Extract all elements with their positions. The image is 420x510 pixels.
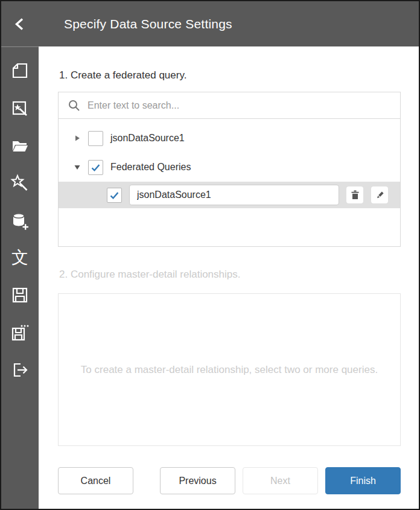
jsondatasource1-checkbox[interactable] xyxy=(88,131,103,146)
tree-row-federated-queries[interactable]: Federated Queries xyxy=(59,153,400,182)
designer-menu-sidebar: 文 xyxy=(1,46,39,509)
page-title: Specify Data Source Settings xyxy=(64,17,232,31)
finish-button[interactable]: Finish xyxy=(325,467,401,494)
sidebar-item-new[interactable] xyxy=(1,52,39,89)
search-input[interactable] xyxy=(88,100,392,111)
query-name-input[interactable] xyxy=(129,185,339,205)
edit-query-button[interactable] xyxy=(371,186,388,203)
cancel-button[interactable]: Cancel xyxy=(58,467,133,494)
exit-icon xyxy=(10,360,30,380)
new-document-icon xyxy=(10,61,30,80)
trash-icon xyxy=(351,190,360,200)
previous-button[interactable]: Previous xyxy=(160,467,235,494)
back-button[interactable] xyxy=(1,1,39,46)
wizard-footer: Cancel Previous Next Finish xyxy=(58,467,401,494)
step2-heading: 2. Configure master-detail relationships… xyxy=(59,269,401,281)
expand-collapsed-icon[interactable] xyxy=(73,135,81,142)
master-detail-panel: To create a master-detail relationship, … xyxy=(58,293,401,446)
wizard-content: 1. Create a federated query. xyxy=(39,46,419,509)
report-wizard-icon xyxy=(10,173,30,193)
federated-queries-checkbox[interactable] xyxy=(88,160,103,175)
search-icon xyxy=(68,100,80,111)
new-via-wizard-icon xyxy=(10,98,30,118)
data-source-tree: jsonDataSource1 Federated Queries xyxy=(59,119,400,208)
delete-query-button[interactable] xyxy=(346,186,363,203)
expand-expanded-icon[interactable] xyxy=(73,164,81,170)
tree-row-jsondatasource1[interactable]: jsonDataSource1 xyxy=(59,124,400,153)
chevron-left-icon xyxy=(14,18,26,31)
sidebar-item-open[interactable] xyxy=(1,127,39,164)
tree-node-label: Federated Queries xyxy=(110,162,191,173)
sidebar-item-save[interactable] xyxy=(1,276,39,314)
localization-icon: 文 xyxy=(11,249,28,266)
federated-query-panel: jsonDataSource1 Federated Queries xyxy=(58,92,401,247)
wizard-header: Specify Data Source Settings xyxy=(1,1,419,46)
step1-heading: 1. Create a federated query. xyxy=(59,69,401,81)
pencil-icon xyxy=(375,191,384,200)
selected-query-row[interactable] xyxy=(59,182,400,208)
open-report-icon xyxy=(10,136,30,155)
search-box xyxy=(59,92,400,119)
tree-node-label: jsonDataSource1 xyxy=(110,133,185,144)
sidebar-item-save-as[interactable] xyxy=(1,314,39,351)
save-icon xyxy=(10,285,30,305)
data-source-wizard-window: Specify Data Source Settings xyxy=(0,0,420,510)
save-as-icon xyxy=(10,323,30,342)
next-button[interactable]: Next xyxy=(243,467,318,494)
add-data-source-icon xyxy=(10,210,30,231)
sidebar-item-localization[interactable]: 文 xyxy=(1,239,39,276)
master-detail-empty-message: To create a master-detail relationship, … xyxy=(69,364,390,376)
sidebar-item-new-via-wizard[interactable] xyxy=(1,89,39,127)
query-checkbox[interactable] xyxy=(107,188,122,203)
sidebar-item-add-data-source[interactable] xyxy=(1,202,39,239)
sidebar-item-exit[interactable] xyxy=(1,351,39,389)
sidebar-item-report-wizard[interactable] xyxy=(1,164,39,202)
